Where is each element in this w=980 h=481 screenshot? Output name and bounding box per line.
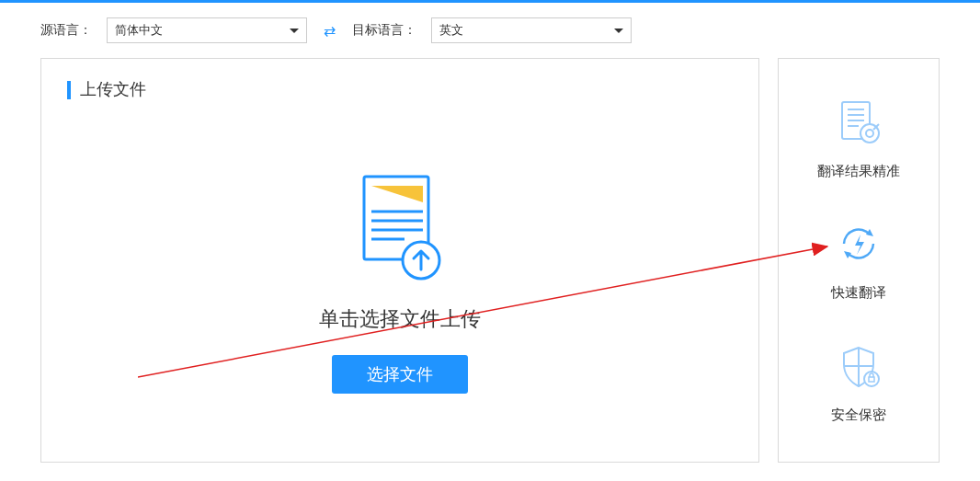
feature-secure-label: 安全保密 — [831, 407, 886, 424]
feature-fast-label: 快速翻译 — [831, 284, 886, 302]
chevron-down-icon — [614, 29, 623, 33]
upload-panel: 上传文件 单击选择文件上传 选择文件 — [40, 58, 759, 463]
feature-accurate-label: 翻译结果精准 — [817, 163, 900, 180]
feature-fast: 快速翻译 — [831, 218, 886, 302]
target-language-value: 英文 — [439, 22, 463, 39]
source-language-value: 简体中文 — [115, 22, 163, 39]
swap-languages-icon[interactable]: ⇄ — [316, 22, 343, 40]
choose-file-label: 选择文件 — [367, 363, 433, 385]
choose-file-button[interactable]: 选择文件 — [332, 355, 468, 394]
upload-hint: 单击选择文件上传 — [319, 305, 481, 333]
shield-lock-icon — [833, 340, 884, 392]
feature-secure: 安全保密 — [831, 340, 886, 424]
document-upload-icon — [359, 173, 441, 283]
target-language-label: 目标语言： — [352, 22, 416, 39]
source-language-label: 源语言： — [40, 22, 92, 39]
chevron-down-icon — [290, 29, 299, 33]
main-content: 上传文件 单击选择文件上传 选择文件 — [0, 58, 980, 463]
document-target-icon — [833, 97, 884, 148]
feature-accurate: 翻译结果精准 — [817, 97, 900, 180]
upload-area[interactable]: 单击选择文件上传 选择文件 — [67, 173, 733, 394]
source-language-select[interactable]: 简体中文 — [107, 17, 307, 43]
lightning-refresh-icon — [833, 218, 884, 269]
panel-title: 上传文件 — [67, 81, 733, 99]
target-language-select[interactable]: 英文 — [431, 17, 632, 43]
language-selector-row: 源语言： 简体中文 ⇄ 目标语言： 英文 — [0, 3, 980, 58]
features-panel: 翻译结果精准 快速翻译 安全保密 — [778, 58, 940, 463]
